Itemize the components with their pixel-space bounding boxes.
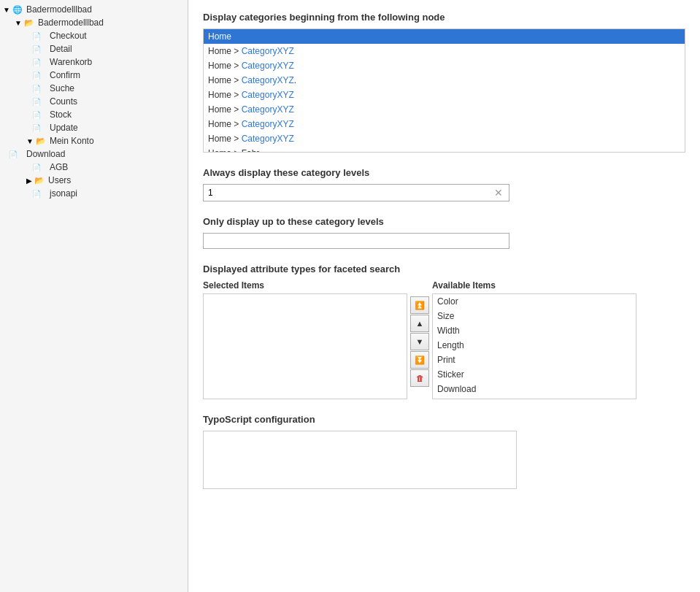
- category-item[interactable]: Home > CategoryXYZ: [204, 88, 685, 102]
- sidebar-item-label: Stock: [50, 109, 72, 120]
- typoscript-section: TypoScript configuration: [203, 414, 685, 489]
- page-icon: 📄: [26, 84, 47, 93]
- category-item[interactable]: Home > CategoryXYZ: [204, 117, 685, 131]
- always-display-title: Always display these category levels: [203, 167, 685, 178]
- sidebar-item-badermodelllbad-parent[interactable]: ▼🌐Badermodelllbad: [0, 3, 188, 16]
- sidebar-item-label: Download: [26, 149, 65, 159]
- tree-toggle-icon: ▼: [15, 19, 22, 27]
- available-item[interactable]: Size: [433, 309, 636, 323]
- move-down-button[interactable]: ▼: [410, 333, 429, 350]
- sidebar-item-stock[interactable]: 📄 Stock: [0, 108, 188, 121]
- sidebar-item-label: Confirm: [50, 70, 80, 80]
- folder-icon: 📂: [35, 137, 47, 146]
- only-display-input[interactable]: [203, 233, 509, 249]
- page-icon: 📄: [26, 163, 47, 172]
- always-display-input-wrapper: ✕: [203, 184, 509, 201]
- sidebar-item-label: Warenkorb: [50, 57, 92, 67]
- sidebar-item-agb[interactable]: 📄 AGB: [0, 161, 188, 174]
- move-up-button[interactable]: ▲: [410, 315, 429, 332]
- sidebar-item-badermodelllbad-child[interactable]: ▼📂Badermodelllbad: [0, 16, 188, 29]
- category-item[interactable]: Home > CategoryXYZ: [204, 131, 685, 146]
- only-display-section: Only display up to these category levels: [203, 216, 685, 249]
- typoscript-box[interactable]: [203, 431, 517, 489]
- move-buttons: ⏫ ▲ ▼ ⏬ 🗑: [410, 296, 429, 387]
- faceted-search-section: Displayed attribute types for faceted se…: [203, 264, 685, 399]
- available-item[interactable]: Price: [433, 396, 636, 399]
- sidebar-item-label: AGB: [50, 162, 68, 172]
- page-icon: 📄: [26, 31, 47, 40]
- sidebar-item-label: Badermodelllbad: [26, 4, 92, 15]
- always-display-section: Always display these category levels ✕: [203, 167, 685, 201]
- tree-toggle-icon: ▼: [26, 137, 34, 145]
- category-item[interactable]: Home > Fahr...: [204, 146, 685, 153]
- category-item[interactable]: Home > CategoryXYZ: [204, 58, 685, 73]
- sidebar-item-label: Update: [50, 123, 78, 133]
- sidebar-item-label: Counts: [50, 96, 77, 107]
- folder-icon: 📂: [23, 18, 35, 28]
- only-display-title: Only display up to these category levels: [203, 216, 685, 227]
- available-items-label: Available Items: [432, 280, 636, 291]
- sidebar-item-label: jsonapi: [50, 188, 77, 199]
- move-to-bottom-button[interactable]: ⏬: [410, 351, 429, 369]
- page-icon: 📄: [3, 150, 23, 158]
- page-icon: 📄: [26, 189, 47, 198]
- sidebar-item-detail[interactable]: 📄 Detail: [0, 42, 188, 55]
- available-item[interactable]: Width: [433, 323, 636, 338]
- display-categories-title: Display categories beginning from the fo…: [203, 12, 685, 23]
- selected-items-panel: Selected Items: [203, 280, 407, 399]
- selected-items-label: Selected Items: [203, 280, 407, 291]
- available-item[interactable]: Sticker: [433, 367, 636, 382]
- sidebar-item-download[interactable]: 📄 Download: [0, 147, 188, 161]
- page-icon: 📄: [26, 45, 47, 53]
- category-item[interactable]: Home > CategoryXYZ: [204, 102, 685, 117]
- globe-icon: 🌐: [12, 5, 23, 15]
- sidebar-item-suche[interactable]: 📄 Suche: [0, 82, 188, 95]
- available-item[interactable]: Color: [433, 294, 636, 309]
- sidebar-item-label: Checkout: [50, 31, 87, 41]
- category-item[interactable]: Home > CategoryXYZ: [204, 44, 685, 58]
- page-icon: 📄: [26, 123, 47, 132]
- category-item[interactable]: Home > CategoryXYZ.: [204, 73, 685, 88]
- delete-button[interactable]: 🗑: [410, 369, 429, 387]
- move-to-top-button[interactable]: ⏫: [410, 296, 429, 314]
- category-item[interactable]: Home: [204, 29, 685, 44]
- sidebar-item-label: Suche: [50, 83, 74, 93]
- faceted-title: Displayed attribute types for faceted se…: [203, 264, 685, 274]
- sidebar-item-update[interactable]: 📄 Update: [0, 121, 188, 134]
- folder-icon: 📂: [34, 176, 45, 185]
- page-icon: 📄: [26, 110, 47, 119]
- main-content: Display categories beginning from the fo…: [188, 0, 700, 592]
- sidebar-item-label: Badermodelllbad: [38, 18, 104, 28]
- sidebar-item-users[interactable]: ▶📂Users: [0, 174, 188, 187]
- selected-items-listbox[interactable]: [203, 293, 407, 399]
- available-items-panel: Available Items ColorSizeWidthLengthPrin…: [432, 280, 636, 399]
- category-listbox[interactable]: HomeHome > CategoryXYZHome > CategoryXYZ…: [203, 28, 685, 153]
- available-item[interactable]: Length: [433, 338, 636, 353]
- available-item[interactable]: Print: [433, 353, 636, 367]
- sidebar-item-jsonapi[interactable]: 📄 jsonapi: [0, 187, 188, 200]
- sidebar-item-confirm[interactable]: 📄 Confirm: [0, 69, 188, 82]
- sidebar-item-counts[interactable]: 📄 Counts: [0, 95, 188, 108]
- page-icon: 📄: [26, 71, 47, 80]
- page-icon: 📄: [26, 97, 47, 106]
- tree-toggle-icon: ▼: [3, 6, 10, 14]
- sidebar-item-label: Users: [48, 175, 71, 185]
- typoscript-title: TypoScript configuration: [203, 414, 685, 425]
- dual-list-container: Selected Items ⏫ ▲ ▼ ⏬ 🗑 Available Items…: [203, 280, 685, 399]
- always-display-input[interactable]: [208, 188, 493, 198]
- available-item[interactable]: Download: [433, 382, 636, 396]
- sidebar: ▼🌐Badermodelllbad▼📂Badermodelllbad 📄 Che…: [0, 0, 188, 592]
- always-display-clear-button[interactable]: ✕: [493, 187, 504, 199]
- display-categories-section: Display categories beginning from the fo…: [203, 12, 685, 153]
- sidebar-item-warenkorb[interactable]: 📄 Warenkorb: [0, 55, 188, 69]
- tree-toggle-icon: ▶: [26, 177, 32, 185]
- sidebar-item-label: Detail: [50, 44, 72, 54]
- sidebar-item-label: Mein Konto: [50, 136, 94, 146]
- available-items-listbox[interactable]: ColorSizeWidthLengthPrintStickerDownload…: [432, 293, 636, 399]
- sidebar-item-mein-konto[interactable]: ▼📂Mein Konto: [0, 134, 188, 147]
- page-icon: 📄: [26, 58, 47, 66]
- sidebar-item-checkout[interactable]: 📄 Checkout: [0, 29, 188, 42]
